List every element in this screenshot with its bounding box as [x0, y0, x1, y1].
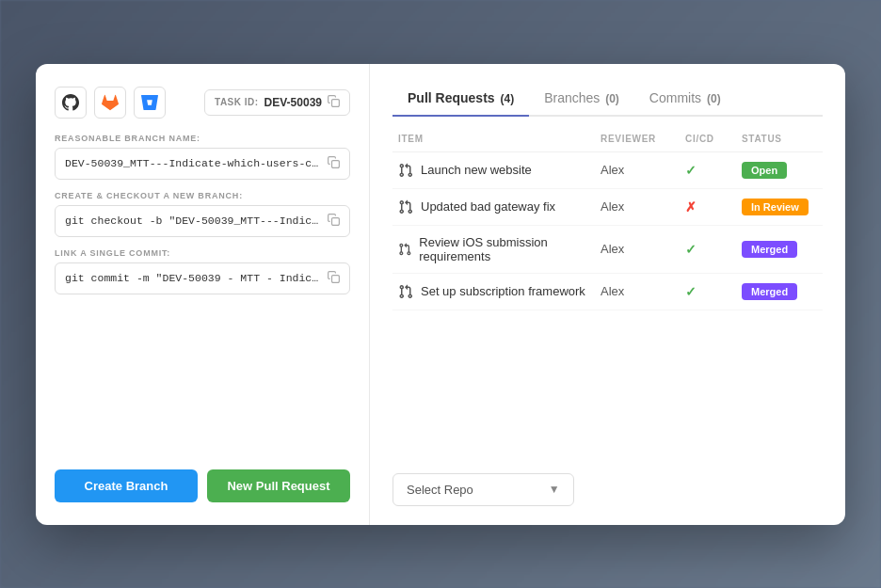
icons-row: TASK ID: DEV-50039: [55, 87, 350, 119]
tabs-row: Pull Requests (4) Branches (0) Commits (…: [392, 83, 823, 117]
status-badge: Merged: [742, 241, 817, 258]
table-header: ITEM REVIEWER CI/CD STATUS: [392, 134, 823, 152]
copy-commit-icon: [328, 271, 340, 283]
row-item-name: Launch new website: [421, 163, 532, 177]
tab-branches-badge: (0): [605, 92, 619, 105]
badge-merged: Merged: [742, 241, 797, 258]
table-row: Review iOS submission requirements Alex …: [392, 226, 823, 274]
badge-inreview: In Review: [742, 199, 809, 215]
checkout-value: git checkout -b "DEV-50039_MTT---Indica.…: [65, 215, 322, 227]
ci-status-check: ✓: [685, 284, 742, 299]
row-item: Launch new website: [398, 163, 601, 178]
commit-label: LINK A SINGLE COMMIT:: [55, 248, 350, 258]
tab-pr-label: Pull Requests: [408, 90, 498, 105]
row-item-name: Set up subscription framework: [421, 284, 585, 298]
pull-request-icon: [398, 242, 411, 257]
row-reviewer: Alex: [601, 199, 685, 214]
modal-dialog: TASK ID: DEV-50039 REASONABLE BRANCH NAM…: [36, 64, 845, 525]
github-icon-button[interactable]: [55, 87, 87, 119]
branch-name-label: REASONABLE BRANCH NAME:: [55, 134, 350, 143]
copy-branch-button[interactable]: [328, 156, 340, 171]
row-reviewer: Alex: [601, 284, 685, 298]
ci-status-cross: ✗: [685, 199, 742, 215]
col-status: STATUS: [742, 134, 817, 144]
badge-merged: Merged: [742, 283, 797, 300]
svg-rect-1: [332, 160, 340, 167]
table-rows: Launch new website Alex ✓ Open Updated b…: [392, 152, 823, 458]
bitbucket-icon: [141, 94, 158, 111]
branch-name-section: REASONABLE BRANCH NAME: DEV-50039_MTT---…: [55, 134, 350, 180]
tab-pull-requests[interactable]: Pull Requests (4): [392, 83, 529, 117]
bottom-row: Select Repo ▼: [392, 458, 823, 506]
tab-commits[interactable]: Commits (0): [634, 83, 736, 117]
row-item-name: Review iOS submission requirements: [419, 235, 601, 263]
table-row: Updated bad gateway fix Alex ✗ In Review: [392, 189, 823, 226]
tab-commits-badge: (0): [707, 92, 721, 105]
chevron-down-icon: ▼: [549, 483, 560, 496]
col-item: ITEM: [398, 134, 601, 144]
copy-checkout-icon: [328, 214, 340, 226]
new-pull-request-button[interactable]: New Pull Request: [207, 469, 350, 502]
row-reviewer: Alex: [601, 242, 685, 256]
tab-branches[interactable]: Branches (0): [529, 83, 634, 117]
task-id-label: TASK ID:: [215, 97, 259, 107]
tab-commits-label: Commits: [649, 90, 705, 105]
pull-request-icon: [398, 163, 413, 178]
copy-task-id-button[interactable]: [328, 95, 340, 110]
row-item: Review iOS submission requirements: [398, 235, 601, 263]
pull-request-icon: [398, 199, 413, 215]
table-row: Launch new website Alex ✓ Open: [392, 152, 823, 189]
right-panel: Pull Requests (4) Branches (0) Commits (…: [370, 64, 845, 525]
copy-checkout-button[interactable]: [328, 214, 340, 229]
copy-icon: [328, 95, 340, 107]
row-item: Set up subscription framework: [398, 284, 601, 299]
copy-commit-button[interactable]: [328, 271, 340, 286]
branch-name-input[interactable]: DEV-50039_MTT---Indicate-which-users-c..…: [55, 148, 350, 180]
row-item-name: Updated bad gateway fix: [421, 199, 555, 214]
tab-branches-label: Branches: [544, 90, 603, 105]
svg-rect-0: [332, 99, 340, 106]
tab-pr-badge: (4): [500, 92, 514, 105]
left-panel: TASK ID: DEV-50039 REASONABLE BRANCH NAM…: [36, 64, 370, 525]
status-badge: Open: [742, 162, 817, 179]
action-buttons: Create Branch New Pull Request: [55, 469, 350, 502]
svg-rect-3: [332, 275, 340, 282]
select-repo-label: Select Repo: [407, 483, 473, 497]
select-repo-dropdown[interactable]: Select Repo ▼: [392, 473, 574, 506]
create-branch-button[interactable]: Create Branch: [55, 469, 198, 502]
bitbucket-icon-button[interactable]: [134, 87, 166, 119]
col-reviewer: REVIEWER: [601, 134, 685, 144]
branch-name-value: DEV-50039_MTT---Indicate-which-users-c..…: [65, 157, 322, 169]
checkout-input[interactable]: git checkout -b "DEV-50039_MTT---Indica.…: [55, 205, 350, 237]
commit-section: LINK A SINGLE COMMIT: git commit -m "DEV…: [55, 248, 350, 294]
ci-status-check: ✓: [685, 242, 742, 257]
copy-branch-icon: [328, 156, 340, 168]
status-badge: Merged: [742, 283, 817, 300]
status-badge: In Review: [742, 199, 817, 215]
badge-open: Open: [742, 162, 787, 179]
checkout-label: CREATE & CHECKOUT A NEW BRANCH:: [55, 191, 350, 200]
col-cicd: CI/CD: [685, 134, 742, 144]
gitlab-icon-button[interactable]: [94, 87, 126, 119]
commit-value: git commit -m "DEV-50039 - MTT - Indicat…: [65, 272, 322, 284]
row-reviewer: Alex: [601, 163, 685, 177]
pull-request-icon: [398, 284, 413, 299]
gitlab-icon: [102, 94, 119, 111]
github-icon: [62, 94, 79, 111]
task-id-value: DEV-50039: [264, 96, 322, 109]
task-id-box: TASK ID: DEV-50039: [204, 89, 350, 116]
table-row: Set up subscription framework Alex ✓ Mer…: [392, 274, 823, 310]
commit-input[interactable]: git commit -m "DEV-50039 - MTT - Indicat…: [55, 262, 350, 294]
checkout-section: CREATE & CHECKOUT A NEW BRANCH: git chec…: [55, 191, 350, 237]
ci-status-check: ✓: [685, 163, 742, 178]
row-item: Updated bad gateway fix: [398, 199, 601, 215]
svg-rect-2: [332, 217, 340, 225]
